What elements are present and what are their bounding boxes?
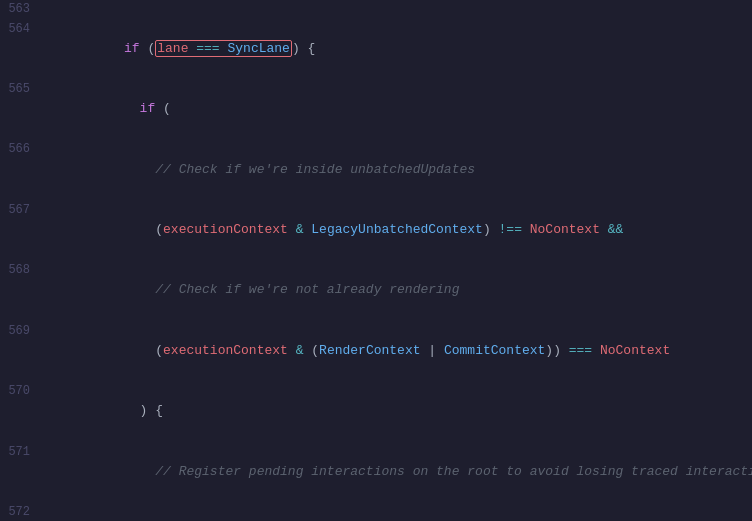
line-content: if (lane === SyncLane) { — [42, 19, 752, 79]
code-line: 566 // Check if we're inside unbatchedUp… — [0, 139, 752, 199]
code-line: 570 ) { — [0, 381, 752, 441]
line-number: 566 — [0, 140, 42, 159]
line-number: 570 — [0, 382, 42, 401]
line-content: ) { — [42, 381, 752, 441]
code-line: 571 // Register pending interactions on … — [0, 442, 752, 502]
line-number: 569 — [0, 322, 42, 341]
line-content: if ( — [42, 79, 752, 139]
line-number: 564 — [0, 20, 42, 39]
line-number: 568 — [0, 261, 42, 280]
code-line: 569 (executionContext & (RenderContext |… — [0, 321, 752, 381]
code-line: 567 (executionContext & LegacyUnbatchedC… — [0, 200, 752, 260]
line-content: schedulePendingInteractions(root, lane); — [42, 502, 752, 521]
line-number: 567 — [0, 201, 42, 220]
code-line: 563 — [0, 0, 752, 19]
code-editor: 563 564 if (lane === SyncLane) { 565 if … — [0, 0, 752, 521]
line-content: (executionContext & LegacyUnbatchedConte… — [42, 200, 752, 260]
line-number: 563 — [0, 0, 42, 19]
code-line: 564 if (lane === SyncLane) { — [0, 19, 752, 79]
code-line: 565 if ( — [0, 79, 752, 139]
line-content: (executionContext & (RenderContext | Com… — [42, 321, 752, 381]
line-content: // Check if we're inside unbatchedUpdate… — [42, 139, 752, 199]
line-content: // Register pending interactions on the … — [42, 442, 752, 502]
code-line: 572 schedulePendingInteractions(root, la… — [0, 502, 752, 521]
line-number: 572 — [0, 503, 42, 521]
line-content: // Check if we're not already rendering — [42, 260, 752, 320]
code-line: 568 // Check if we're not already render… — [0, 260, 752, 320]
line-number: 565 — [0, 80, 42, 99]
line-number: 571 — [0, 443, 42, 462]
